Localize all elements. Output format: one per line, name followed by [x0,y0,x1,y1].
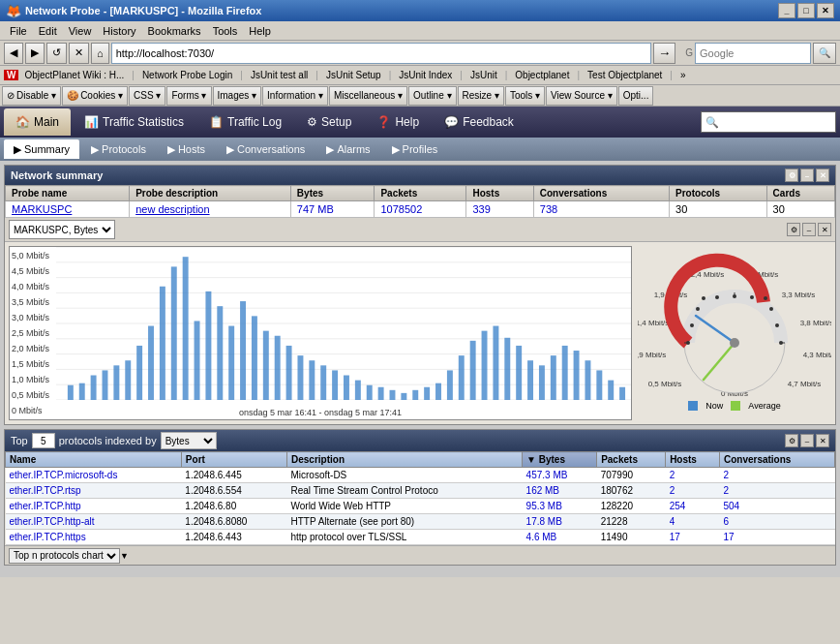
menu-file[interactable]: File [4,23,33,39]
stop-button[interactable]: ✕ [69,43,89,64]
menu-edit[interactable]: Edit [33,23,63,39]
options-btn[interactable]: Opti... [618,86,654,106]
probe-desc-link[interactable]: new description [135,203,209,215]
th-description[interactable]: Description [286,452,522,468]
chart-type-select[interactable]: Top n protocols chart [9,548,120,564]
th-port[interactable]: Port [181,452,286,468]
th-packets[interactable]: Packets [597,452,666,468]
top-close-btn[interactable]: ✕ [816,434,829,447]
top-n-input[interactable] [32,433,55,448]
menu-help[interactable]: Help [243,23,277,39]
cookies-btn[interactable]: 🍪 Cookies ▾ [62,86,128,106]
bookmark-test-objectplanet[interactable]: Test Objectplanet [584,69,666,81]
menu-tools[interactable]: Tools [207,23,244,39]
top-settings-btn[interactable]: ⚙ [785,434,798,447]
th-hosts[interactable]: Hosts [666,452,720,468]
menu-view[interactable]: View [63,23,98,39]
proto-name-link[interactable]: ether.IP.TCP.http [10,501,81,511]
tools-btn[interactable]: Tools ▾ [505,86,545,106]
home-button[interactable]: ⌂ [91,43,109,64]
minimize-button[interactable]: _ [778,3,795,18]
th-conversations[interactable]: Conversations [719,452,834,468]
svg-point-83 [764,296,767,300]
svg-rect-37 [367,385,373,400]
maximize-button[interactable]: □ [797,3,815,18]
sub-tab-alarms[interactable]: ▶ Alarms [316,139,379,159]
chart-close-btn[interactable]: ✕ [818,223,831,236]
back-button[interactable]: ◀ [4,43,23,64]
miscellaneous-btn[interactable]: Miscellaneous ▾ [329,86,407,106]
td-proto-bytes: 4.6 MB [523,530,597,545]
probe-name-link[interactable]: MARKUSPC [12,203,72,215]
svg-text:0,9 Mbit/s: 0,9 Mbit/s [638,351,666,359]
view-source-btn[interactable]: View Source ▾ [546,86,617,106]
bookmark-wiki[interactable]: ObjectPlanet Wiki : H... [20,69,128,81]
tab-feedback[interactable]: 💬 Feedback [433,108,525,136]
chart-minimize-btn[interactable]: – [802,223,816,236]
td-proto-conversations: 504 [719,499,834,514]
tab-traffic-statistics[interactable]: 📊 Traffic Statistics [73,108,195,136]
th-name[interactable]: Name [6,452,182,468]
proto-name-link[interactable]: ether.IP.TCP.microsoft-ds [10,470,118,480]
bookmark-jsunit-setup[interactable]: JsUnit Setup [322,69,385,81]
panel-minimize-btn[interactable]: – [800,169,814,182]
menu-history[interactable]: History [97,23,141,39]
main-search-input[interactable] [701,111,836,133]
tab-setup[interactable]: ⚙ Setup [295,108,363,136]
resize-btn[interactable]: Resize ▾ [458,86,504,106]
chart-selector[interactable]: MARKUSPC, Bytes [9,220,115,239]
th-conversations: Conversations [533,186,669,201]
sub-tab-summary[interactable]: ▶ Summary [4,139,79,159]
summary-table: Probe name Probe description Bytes Packe… [5,185,835,218]
svg-point-81 [775,323,779,327]
bookmark-more[interactable]: » [676,69,690,81]
sub-tab-conversations[interactable]: ▶ Conversations [217,139,315,159]
tab-help[interactable]: ❓ Help [365,108,431,136]
address-input[interactable] [111,43,651,64]
menu-bookmarks[interactable]: Bookmarks [142,23,207,39]
svg-point-82 [702,296,705,300]
svg-rect-23 [205,291,211,400]
tab-main[interactable]: 🏠 Main [4,108,71,136]
chart-settings-btn[interactable]: ⚙ [787,223,800,236]
information-btn[interactable]: Information ▾ [262,86,328,106]
td-proto-desc: World Wide Web HTTP [286,499,522,514]
forms-btn[interactable]: Forms ▾ [166,86,211,106]
gauge-container: 0 Mbit/s 0,5 Mbit/s 0,9 Mbit/s 1,4 Mbit/… [638,246,831,420]
panel-close-btn[interactable]: ✕ [816,169,829,182]
forward-button[interactable]: ▶ [25,43,45,64]
bookmark-login[interactable]: Network Probe Login [138,69,236,81]
reload-button[interactable]: ↺ [46,43,67,64]
tab-traffic-log[interactable]: 📋 Traffic Log [197,108,293,136]
bookmark-jsunit-index[interactable]: JsUnit Index [395,69,456,81]
proto-name-link[interactable]: ether.IP.TCP.rtsp [10,485,81,496]
bookmark-jsunit[interactable]: JsUnit [466,69,501,81]
css-btn[interactable]: CSS ▾ [129,86,165,106]
images-btn[interactable]: Images ▾ [213,86,262,106]
search-input[interactable] [695,43,811,64]
outline-btn[interactable]: Outline ▾ [408,86,456,106]
view-source-label: View Source ▾ [551,90,613,101]
td-proto-bytes: 457.3 MB [523,468,597,483]
profiles-label: Profiles [403,143,438,155]
svg-rect-16 [125,360,131,400]
proto-name-link[interactable]: ether.IP.TCP.http-alt [10,516,95,527]
disable-btn[interactable]: ⊘ Disable ▾ [2,86,61,106]
bookmark-jsunit-test[interactable]: JsUnit test all [247,69,312,81]
td-proto-hosts: 17 [666,530,720,545]
outline-label: Outline ▾ [413,90,451,101]
bookmark-objectplanet[interactable]: Objectplanet [511,69,573,81]
close-button[interactable]: ✕ [817,3,834,18]
sub-tab-profiles[interactable]: ▶ Profiles [382,139,448,159]
panel-settings-btn[interactable]: ⚙ [785,169,798,182]
top-minimize-btn[interactable]: – [800,434,814,447]
proto-name-link[interactable]: ether.IP.TCP.https [10,532,86,542]
sub-tab-hosts[interactable]: ▶ Hosts [158,139,215,159]
go-button[interactable]: → [653,43,675,64]
index-by-select[interactable]: Bytes Packets Hosts [161,432,217,449]
chart-time-label: onsdag 5 mar 16:41 - onsdag 5 mar 17:41 [10,408,631,417]
sub-tab-protocols[interactable]: ▶ Protocols [81,139,156,159]
th-bytes[interactable]: ▼ Bytes [523,452,597,468]
search-button[interactable]: 🔍 [813,43,836,64]
traffic-stats-icon: 📊 [84,115,99,129]
